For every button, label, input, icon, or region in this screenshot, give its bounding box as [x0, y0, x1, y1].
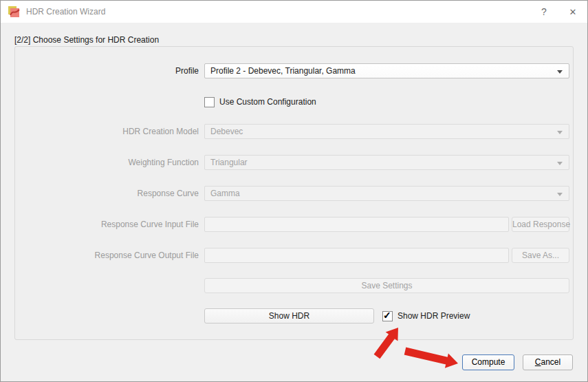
- compute-button[interactable]: Compute: [462, 354, 514, 370]
- chevron-down-icon: [557, 70, 563, 74]
- profile-combobox[interactable]: Profile 2 - Debevec, Triangular, Gamma: [204, 63, 569, 78]
- response-curve-row: Response Curve Gamma: [21, 186, 569, 201]
- hdr-creation-wizard-dialog: HDR Creation Wizard ? ✕ [2/2] Choose Set…: [0, 0, 588, 382]
- use-custom-configuration-checkbox[interactable]: [204, 97, 215, 107]
- show-hdr-button[interactable]: Show HDR: [204, 308, 374, 323]
- profile-row: Profile Profile 2 - Debevec, Triangular,…: [21, 63, 569, 78]
- app-icon: [8, 6, 20, 18]
- response-curve-combobox: Gamma: [204, 186, 569, 201]
- response-curve-input-file-field: [204, 217, 509, 232]
- chevron-down-icon: [557, 131, 563, 134]
- show-hdr-preview-checkbox[interactable]: ✓: [382, 311, 393, 321]
- hdr-creation-model-label: HDR Creation Model: [21, 127, 204, 136]
- step-header: [2/2] Choose Settings for HDR Creation: [14, 35, 159, 45]
- load-response-button: Load Response: [512, 217, 569, 232]
- profile-value: Profile 2 - Debevec, Triangular, Gamma: [210, 66, 356, 76]
- response-curve-output-file-field: [204, 248, 509, 263]
- hdr-creation-model-combobox: Debevec: [204, 124, 569, 139]
- use-custom-configuration-row: Use Custom Configuration: [21, 94, 569, 109]
- titlebar-buttons: ? ✕: [530, 1, 587, 23]
- title-bar: HDR Creation Wizard ? ✕: [1, 1, 587, 23]
- cancel-button-label: Cancel: [523, 355, 572, 370]
- response-curve-value: Gamma: [210, 189, 240, 198]
- show-hdr-preview-label[interactable]: Show HDR Preview: [398, 311, 470, 321]
- cancel-button[interactable]: Cancel: [523, 354, 573, 370]
- weighting-function-value: Triangular: [210, 158, 248, 167]
- show-hdr-row: Show HDR ✓ Show HDR Preview: [21, 308, 569, 323]
- checkmark-icon: ✓: [383, 310, 391, 321]
- weighting-function-label: Weighting Function: [21, 158, 204, 167]
- response-curve-output-file-row: Response Curve Output File Save As...: [21, 248, 569, 263]
- response-curve-input-file-row: Response Curve Input File Load Response: [21, 217, 569, 232]
- save-as-button: Save As...: [512, 248, 569, 263]
- close-icon[interactable]: ✕: [558, 1, 587, 23]
- profile-label: Profile: [21, 66, 204, 76]
- hdr-creation-model-value: Debevec: [210, 127, 243, 136]
- response-curve-label: Response Curve: [21, 189, 204, 198]
- save-settings-button: Save Settings: [204, 278, 569, 293]
- window-title: HDR Creation Wizard: [26, 7, 105, 17]
- chevron-down-icon: [557, 162, 563, 165]
- help-button[interactable]: ?: [530, 1, 558, 23]
- use-custom-configuration-label[interactable]: Use Custom Configuration: [219, 97, 316, 107]
- arrow-to-compute-button: [404, 348, 458, 368]
- response-curve-input-file-label: Response Curve Input File: [21, 220, 204, 229]
- chevron-down-icon: [557, 193, 563, 196]
- save-settings-row: Save Settings: [21, 278, 569, 293]
- weighting-function-combobox: Triangular: [204, 155, 569, 170]
- response-curve-output-file-label: Response Curve Output File: [21, 251, 204, 260]
- weighting-function-row: Weighting Function Triangular: [21, 155, 569, 170]
- hdr-creation-model-row: HDR Creation Model Debevec: [21, 124, 569, 139]
